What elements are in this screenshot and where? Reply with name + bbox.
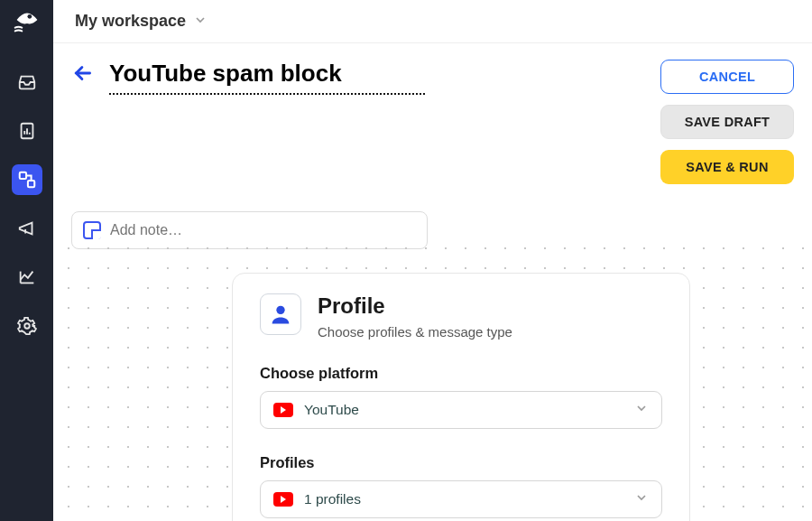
app-logo [9,4,45,40]
platform-value: YouTube [304,402,359,418]
platform-select[interactable]: YouTube [260,391,662,429]
card-subtitle: Choose profiles & message type [318,324,512,340]
sidebar-item-reports[interactable] [12,116,42,146]
profiles-select[interactable]: 1 profiles [260,480,662,518]
sidebar-item-automation[interactable] [12,164,42,195]
youtube-icon [273,492,293,507]
page-title-input[interactable] [109,60,425,95]
svg-point-0 [27,14,32,19]
profile-icon [260,293,301,335]
profiles-label: Profiles [260,454,662,471]
platform-label: Choose platform [260,365,662,382]
profile-card: Profile Choose profiles & message type C… [232,273,690,521]
youtube-icon [273,403,293,417]
sidebar [0,0,53,521]
save-run-button[interactable]: SAVE & RUN [660,150,794,184]
card-title: Profile [318,293,512,319]
profiles-count: 1 profiles [304,491,361,507]
content-area: CANCEL SAVE DRAFT SAVE & RUN [53,43,812,521]
svg-rect-2 [19,172,25,179]
save-draft-button[interactable]: SAVE DRAFT [660,105,794,139]
chevron-down-icon [193,13,208,31]
sidebar-item-inbox[interactable] [12,67,42,98]
svg-rect-3 [27,181,33,187]
sidebar-item-analytics[interactable] [12,262,42,293]
sidebar-item-campaigns[interactable] [12,213,42,244]
back-arrow-button[interactable] [71,60,95,91]
topbar: My workspace [53,0,812,43]
chevron-down-icon [634,490,649,508]
chevron-down-icon [634,401,649,419]
svg-point-5 [276,306,284,314]
cancel-button[interactable]: CANCEL [660,60,794,94]
sidebar-item-settings[interactable] [12,311,42,341]
workspace-switcher[interactable]: My workspace [75,12,186,31]
svg-point-4 [24,323,30,329]
main: My workspace CANCEL SAVE DRAFT SAVE & RU… [53,0,812,521]
